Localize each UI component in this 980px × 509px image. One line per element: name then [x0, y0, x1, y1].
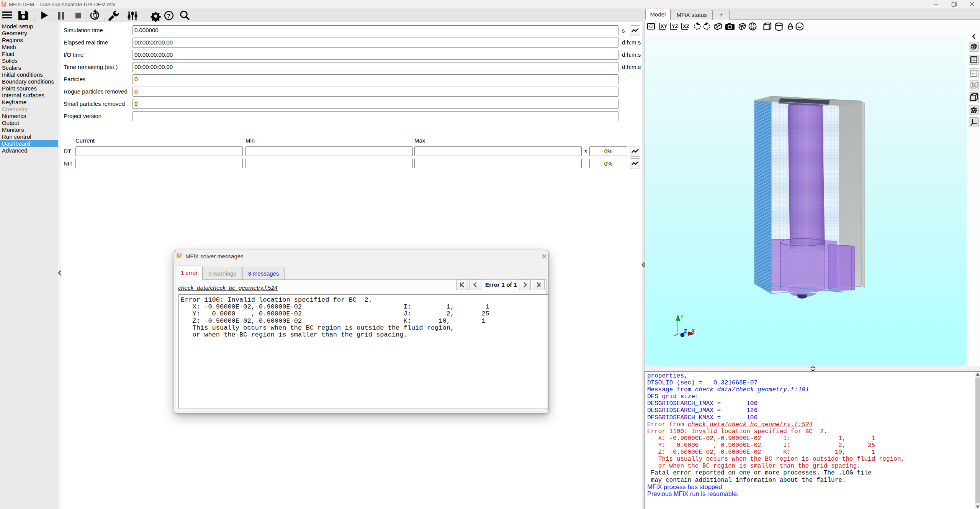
svg-text:Z: Z: [683, 328, 687, 334]
svg-text:X: X: [691, 328, 695, 334]
svg-text:XY: XY: [661, 23, 668, 29]
svg-text:YZ: YZ: [672, 23, 678, 29]
svg-text:Y: Y: [680, 314, 684, 320]
svg-text:XZ: XZ: [683, 23, 689, 29]
svg-text:?: ?: [167, 12, 170, 19]
